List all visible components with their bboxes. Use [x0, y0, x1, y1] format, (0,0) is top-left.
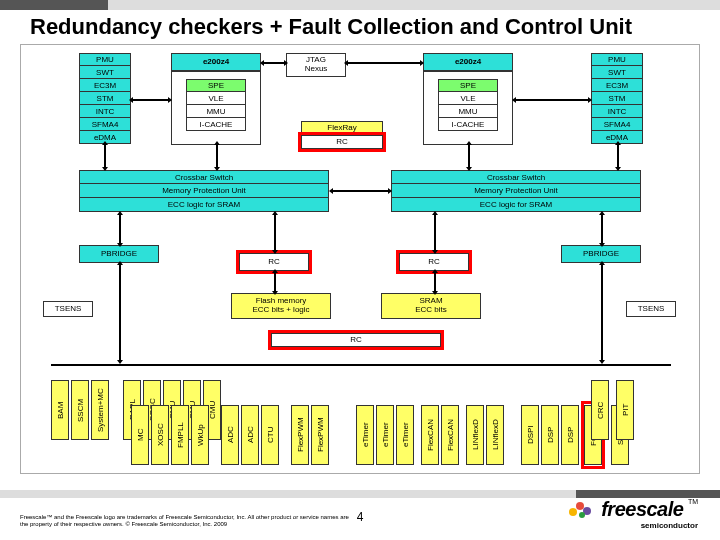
block-pmu: PMU [79, 53, 131, 66]
vb-linflex0: LINflexD [466, 405, 484, 465]
vb-sscm: SSCM [71, 380, 89, 440]
logo-tm: TM [688, 498, 698, 505]
core-right-stack: SPE VLE MMU I-CACHE [438, 79, 498, 131]
footer-legal: Freescale™ and the Freescale logo are tr… [20, 514, 350, 528]
block-diagram: PMU SWT EC3M STM INTC SFMA4 eDMA PMU SWT… [20, 44, 700, 474]
block-mmu-l: MMU [186, 105, 246, 118]
block-stm: STM [79, 92, 131, 105]
block-stm-r: STM [591, 92, 643, 105]
vb-pit: PIT [616, 380, 634, 440]
arrow [119, 215, 121, 243]
xbar-l-1: Memory Protection Unit [79, 184, 329, 198]
arrow [601, 215, 603, 243]
header-accent [0, 0, 720, 10]
vb-xosc: XOSC [151, 405, 169, 465]
jtag-block: JTAG Nexus [286, 53, 346, 77]
arrow [133, 99, 168, 101]
logo-subtext: semiconductor [569, 521, 698, 530]
arrow [216, 145, 218, 167]
vb-dspi: DSPI [521, 405, 539, 465]
tsens-right: TSENS [626, 301, 676, 317]
arrow [617, 145, 619, 167]
arrow [274, 215, 276, 250]
block-pmu-r: PMU [591, 53, 643, 66]
core-left-stack: SPE VLE MMU I-CACHE [186, 79, 246, 131]
arrow [333, 190, 388, 192]
arrow [119, 265, 121, 360]
bus-line [51, 364, 671, 366]
block-spe-l: SPE [186, 79, 246, 92]
block-spe-r: SPE [438, 79, 498, 92]
block-sfma4: SFMA4 [79, 118, 131, 131]
vb-fmpll: FMPLL [171, 405, 189, 465]
vb-adc0: ADC [221, 405, 239, 465]
block-swt-r: SWT [591, 66, 643, 79]
page-title: Redundancy checkers + Fault Collection a… [0, 10, 720, 44]
block-intc: INTC [79, 105, 131, 118]
xbar-r-1: Memory Protection Unit [391, 184, 641, 198]
vb-ctu: CTU [261, 405, 279, 465]
vb-flexpwm0: FlexPWM [291, 405, 309, 465]
logo-text: freescale [601, 498, 683, 520]
vb-dsp1: DSP [561, 405, 579, 465]
xbar-right: Crossbar Switch Memory Protection Unit E… [391, 170, 641, 212]
vb-crc: CRC [591, 380, 609, 440]
arrow [104, 145, 106, 167]
block-icache-r: I-CACHE [438, 118, 498, 131]
rc-mid: RC [271, 333, 441, 347]
freescale-logo: freescale TM semiconductor [569, 498, 698, 530]
xbar-l-0: Crossbar Switch [79, 170, 329, 184]
vb-flexcan0: FlexCAN [421, 405, 439, 465]
core-left-title: e200z4 [171, 53, 261, 71]
right-pmu-stack: PMU SWT EC3M STM INTC SFMA4 eDMA [591, 53, 643, 144]
core-right-title: e200z4 [423, 53, 513, 71]
tsens-left: TSENS [43, 301, 93, 317]
xbar-r-2: ECC logic for SRAM [391, 198, 641, 212]
block-icache-l: I-CACHE [186, 118, 246, 131]
block-intc-r: INTC [591, 105, 643, 118]
block-vle-l: VLE [186, 92, 246, 105]
arrow [468, 145, 470, 167]
flexray-block: FlexRay [301, 121, 383, 135]
vb-adc1: ADC [241, 405, 259, 465]
left-pmu-stack: PMU SWT EC3M STM INTC SFMA4 eDMA [79, 53, 131, 144]
vb-etimer1: eTimer [376, 405, 394, 465]
vb-sysmc: System+MC [91, 380, 109, 440]
block-vle-r: VLE [438, 92, 498, 105]
vb-dsp0: DSP [541, 405, 559, 465]
arrow [264, 62, 284, 64]
block-mmu-r: MMU [438, 105, 498, 118]
arrow [434, 215, 436, 250]
arrow [601, 265, 603, 360]
vb-etimer2: eTimer [396, 405, 414, 465]
sram-block: SRAM ECC bits [381, 293, 481, 319]
footer: Freescale™ and the Freescale logo are tr… [0, 498, 720, 540]
arrow [348, 62, 420, 64]
flash-block: Flash memory ECC bits + logic [231, 293, 331, 319]
arrow [274, 273, 276, 291]
arrow [434, 273, 436, 291]
logo-dots-icon [569, 500, 593, 516]
page-number: 4 [357, 510, 364, 524]
vb-flexpwm1: FlexPWM [311, 405, 329, 465]
vb-flexcan1: FlexCAN [441, 405, 459, 465]
vb-linflex1: LINflexD [486, 405, 504, 465]
xbar-r-0: Crossbar Switch [391, 170, 641, 184]
block-ec3m-r: EC3M [591, 79, 643, 92]
block-sfma4-r: SFMA4 [591, 118, 643, 131]
vb-wkup: WkUp [191, 405, 209, 465]
vb-bam: BAM [51, 380, 69, 440]
rc-flexray: RC [301, 135, 383, 149]
xbar-l-2: ECC logic for SRAM [79, 198, 329, 212]
xbar-left: Crossbar Switch Memory Protection Unit E… [79, 170, 329, 212]
vb-etimer0: eTimer [356, 405, 374, 465]
arrow [516, 99, 588, 101]
footer-accent [0, 490, 720, 498]
block-ec3m: EC3M [79, 79, 131, 92]
vb-mc: MC [131, 405, 149, 465]
block-swt: SWT [79, 66, 131, 79]
